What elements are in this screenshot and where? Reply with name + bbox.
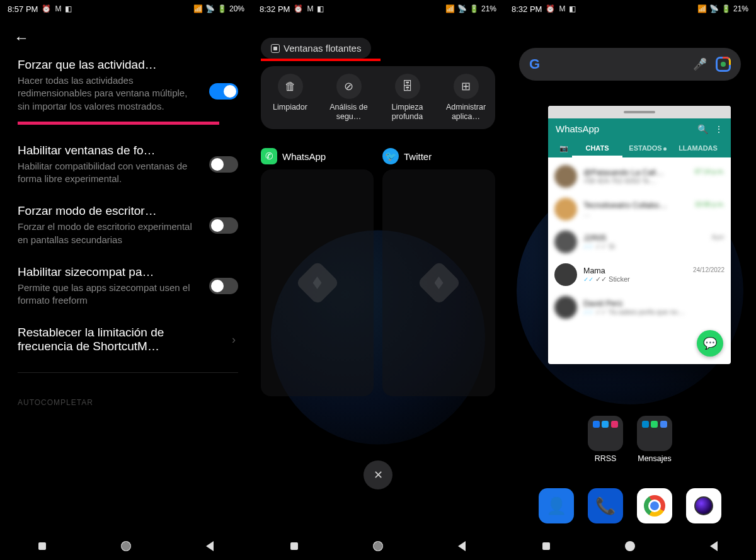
nav-recents[interactable] — [288, 540, 301, 552]
signal-icon: 📶 — [193, 4, 203, 13]
signal-icon: 📶 — [697, 4, 707, 13]
setting-title: Forzar que las actividad… — [18, 58, 238, 72]
tool-label: Administrar aplica… — [437, 103, 495, 122]
setting-sizecompat[interactable]: Habilitar sizecompat pa… Permite que las… — [18, 265, 238, 307]
setting-freeform-windows[interactable]: Habilitar ventanas de fo… Habilitar comp… — [18, 144, 238, 186]
recent-card-twitter[interactable]: 🐦 Twitter — [382, 148, 495, 396]
chat-row[interactable]: J2R05Ayer ✓✓✓✓ Si — [548, 226, 731, 258]
setting-force-resizable[interactable]: Forzar que las actividad… Hacer todas la… — [18, 58, 238, 125]
tool-security-scan[interactable]: ⊘ Análisis de segu… — [319, 74, 378, 122]
tab-camera[interactable]: 📷 — [556, 140, 572, 157]
nav-recents[interactable] — [540, 540, 553, 552]
recent-app-name: WhatsApp — [282, 151, 326, 162]
folder-mensajes[interactable]: Mensajes — [637, 416, 672, 463]
alarm-icon: ⏰ — [294, 4, 303, 13]
nav-home[interactable] — [372, 540, 384, 552]
gmail-icon: M — [55, 4, 61, 13]
toggle-switch[interactable] — [209, 83, 238, 100]
toggle-switch[interactable] — [209, 278, 238, 294]
more-icon[interactable]: ⋮ — [714, 124, 723, 134]
window-drag-handle[interactable] — [548, 106, 731, 118]
nav-back[interactable] — [203, 540, 216, 552]
tool-deep-clean[interactable]: 🗄 Limpieza profunda — [378, 74, 437, 122]
floating-window-whatsapp[interactable]: WhatsApp 🔍 ⋮ 📷 CHATS ESTADOS LLAMADAS @P… — [548, 106, 731, 364]
dock-camera[interactable] — [686, 488, 721, 523]
nav-home[interactable] — [624, 540, 636, 552]
trash-icon: 🗑 — [278, 74, 303, 99]
panel-developer-settings: 8:57 PM ⏰ M ◧ 📶 📡 🔋 20% ← Forzar que las… — [0, 0, 252, 560]
security-toolbar: 🗑 Limpiador ⊘ Análisis de segu… 🗄 Limpie… — [261, 66, 495, 129]
battery-icon: 🔋 — [217, 4, 227, 13]
status-bar: 8:32 PM ⏰ M ◧ 📶 📡 🔋 21% — [504, 0, 756, 18]
battery-icon: 🔋 — [469, 4, 479, 13]
chat-row[interactable]: David Perú ✓✓✓✓ Ya sabes porfa que no… — [548, 291, 731, 324]
setting-title: Habilitar ventanas de fo… — [18, 144, 238, 157]
status-battery: 21% — [733, 4, 748, 13]
chat-row[interactable]: @Patasando La Call…07:14 p.m. +58 424-75… — [548, 160, 731, 193]
tool-label: Análisis de segu… — [319, 103, 378, 122]
gmail-icon: M — [559, 4, 565, 13]
panel-recents: 8:32 PM ⏰ M ◧ 📶 📡 🔋 21% Ventanas flotant… — [252, 0, 504, 560]
avatar — [554, 165, 577, 188]
panel-home-screen: 8:32 PM ⏰ M ◧ 📶 📡 🔋 21% G 🎤 WhatsApp 🔍 ⋮ — [504, 0, 756, 560]
recent-preview[interactable] — [261, 169, 374, 396]
google-search-bar[interactable]: G 🎤 — [519, 48, 741, 81]
nav-recents[interactable] — [36, 540, 49, 552]
toggle-switch[interactable] — [209, 217, 238, 234]
deep-clean-icon: 🗄 — [395, 74, 420, 99]
google-logo-icon: G — [529, 56, 540, 72]
tool-label: Limpiador — [261, 103, 319, 112]
camera-icon: 📷 — [559, 144, 568, 152]
setting-reset-shortcut-rate[interactable]: Restablecer la limitación de frecuencia … — [18, 326, 238, 353]
nav-back[interactable] — [455, 540, 468, 552]
highlight-underline — [18, 122, 219, 125]
whatsapp-title: WhatsApp — [556, 123, 599, 134]
voice-search-icon[interactable]: 🎤 — [693, 57, 707, 71]
dock-chrome[interactable] — [637, 488, 672, 523]
folder-label: RRSS — [588, 454, 623, 463]
google-lens-icon[interactable] — [716, 57, 731, 72]
tool-cleaner[interactable]: 🗑 Limpiador — [261, 74, 319, 122]
chevron-right-icon: › — [232, 333, 236, 346]
back-button[interactable]: ← — [0, 18, 252, 52]
highlight-underline — [261, 59, 381, 61]
clear-all-button[interactable]: ✕ — [364, 460, 392, 489]
folder-rrss[interactable]: RRSS — [588, 416, 623, 463]
setting-desktop-mode[interactable]: Forzar modo de escritor… Forzar el modo … — [18, 204, 238, 246]
search-icon[interactable]: 🔍 — [697, 124, 708, 134]
whatsapp-icon: ✆ — [261, 148, 277, 164]
contacts-icon: 👤 — [546, 496, 566, 516]
new-chat-fab[interactable]: 💬 — [697, 330, 723, 357]
nav-bar — [252, 532, 504, 560]
home-dock: 👤 📞 — [504, 488, 756, 523]
setting-title: Habilitar sizecompat pa… — [18, 265, 238, 279]
whatsapp-chat-list[interactable]: @Patasando La Call…07:14 p.m. +58 424-75… — [548, 157, 731, 326]
tool-manage-apps[interactable]: ⊞ Administrar aplica… — [437, 74, 495, 122]
status-time: 8:32 PM — [512, 4, 542, 14]
nav-back[interactable] — [707, 540, 720, 552]
back-arrow-icon: ← — [14, 29, 29, 46]
chat-row[interactable]: Tecnotiseatro Collabo…10:06 p.m. … — [548, 193, 731, 226]
setting-desc: Hacer todas las actividades redimensiona… — [18, 74, 194, 113]
twitter-icon: 🐦 — [382, 148, 399, 164]
tab-chats[interactable]: CHATS — [572, 140, 622, 157]
dock-phone[interactable]: 📞 — [588, 488, 623, 523]
dock-contacts[interactable]: 👤 — [539, 488, 574, 523]
recent-card-whatsapp[interactable]: ✆ WhatsApp — [261, 148, 374, 396]
tab-status[interactable]: ESTADOS — [622, 140, 673, 157]
chip-label: Ventanas flotantes — [284, 43, 361, 54]
chat-row[interactable]: Mama24/12/2022 ✓✓✓✓ Sticker — [548, 258, 731, 291]
section-divider — [18, 372, 238, 373]
recent-app-name: Twitter — [404, 151, 432, 162]
nav-home[interactable] — [120, 540, 132, 552]
toggle-switch[interactable] — [209, 156, 238, 173]
tab-calls[interactable]: LLAMADAS — [673, 140, 723, 157]
chrome-icon — [644, 495, 665, 517]
home-folders: RRSS Mensajes — [504, 416, 756, 463]
status-time: 8:32 PM — [260, 4, 290, 14]
status-time: 8:57 PM — [8, 4, 38, 14]
folder-label: Mensajes — [637, 454, 672, 463]
nav-bar — [0, 532, 252, 560]
recent-preview[interactable] — [382, 169, 495, 396]
floating-windows-chip[interactable]: Ventanas flotantes — [261, 38, 371, 59]
